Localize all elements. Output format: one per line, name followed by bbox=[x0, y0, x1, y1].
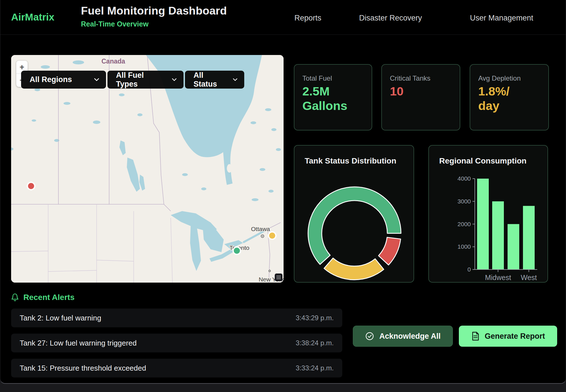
stat-value: 10 bbox=[390, 84, 451, 99]
alert-time: 3:43:29 p.m. bbox=[296, 314, 334, 322]
generate-report-button[interactable]: Generate Report bbox=[459, 326, 557, 347]
bar-0 bbox=[477, 179, 489, 270]
map-label-canada: Canada bbox=[101, 58, 125, 65]
stat-label: Critical Tanks bbox=[390, 74, 430, 82]
alert-message: Tank 15: Pressure threshold exceeded bbox=[20, 364, 146, 373]
donut-segment-critical bbox=[378, 237, 401, 265]
x-tick-label: West bbox=[521, 273, 537, 281]
alert-time: 3:33:24 p.m. bbox=[296, 364, 334, 372]
alert-row: Tank 27: Low fuel warning triggered 3:38… bbox=[11, 334, 342, 352]
map-marker-warning[interactable] bbox=[268, 232, 276, 239]
map-resize-handle[interactable] bbox=[275, 273, 282, 281]
map-island bbox=[227, 164, 232, 173]
nav-reports[interactable]: Reports bbox=[294, 14, 321, 23]
chevron-down-icon bbox=[172, 78, 177, 81]
region-filter-dropdown[interactable]: All Regions bbox=[21, 71, 106, 89]
fuel-type-filter-dropdown[interactable]: All Fuel Types bbox=[107, 71, 184, 89]
map-label-ottawa: Ottawa bbox=[251, 226, 270, 232]
alert-message: Tank 27: Low fuel warning triggered bbox=[20, 339, 137, 348]
alerts-header: Recent Alerts bbox=[11, 293, 74, 302]
alert-time: 3:38:24 p.m. bbox=[296, 339, 334, 347]
tank-status-chart-card: Tank Status Distribution bbox=[294, 145, 414, 283]
brand-logo: AirMatrix bbox=[11, 11, 54, 23]
document-icon bbox=[471, 332, 480, 341]
regional-consumption-bar-chart: 01000200030004000MidwestWest bbox=[429, 146, 547, 282]
y-tick-label: 3000 bbox=[457, 198, 471, 205]
generate-report-label: Generate Report bbox=[485, 332, 545, 341]
stat-label: Avg Depletion bbox=[478, 74, 521, 82]
stat-label: Total Fuel bbox=[302, 74, 332, 82]
alert-row: Tank 15: Pressure threshold exceeded 3:3… bbox=[11, 359, 342, 377]
fuel-map[interactable]: Canada Ottawa Toronto New York + − All R… bbox=[11, 55, 284, 283]
dashboard-shell: AirMatrix Fuel Monitoring Dashboard Real… bbox=[0, 0, 566, 384]
status-filter-dropdown[interactable]: All Status bbox=[185, 71, 244, 89]
stat-card-avg-depletion: Avg Depletion 1.8%/ day bbox=[470, 64, 549, 130]
stat-value: 2.5M Gallons bbox=[302, 84, 364, 113]
bar-3 bbox=[523, 206, 535, 270]
map-marker-normal[interactable] bbox=[233, 247, 241, 254]
acknowledge-all-button[interactable]: Acknowledge All bbox=[353, 326, 453, 347]
alert-row: Tank 2: Low fuel warning 3:43:29 p.m. bbox=[11, 309, 342, 327]
stat-card-total-fuel: Total Fuel 2.5M Gallons bbox=[294, 64, 372, 130]
status-filter-value: All Status bbox=[194, 71, 225, 89]
page-title: Fuel Monitoring Dashboard bbox=[81, 5, 227, 17]
alert-message: Tank 2: Low fuel warning bbox=[20, 314, 101, 322]
map-canvas: Canada Ottawa Toronto New York bbox=[11, 55, 284, 283]
regional-consumption-chart-card: Regional Consumption 01000200030004000Mi… bbox=[428, 145, 548, 283]
app-root: AirMatrix Fuel Monitoring Dashboard Real… bbox=[0, 0, 566, 392]
map-marker-critical[interactable] bbox=[27, 182, 35, 190]
map-filter-row: All Regions All Fuel Types All Status bbox=[21, 71, 244, 89]
y-tick-label: 4000 bbox=[457, 175, 471, 182]
nav-user-management[interactable]: User Management bbox=[470, 14, 533, 23]
alerts-title: Recent Alerts bbox=[23, 293, 74, 302]
tank-status-donut-chart bbox=[294, 157, 414, 282]
acknowledge-all-label: Acknowledge All bbox=[379, 332, 441, 341]
nav-disaster-recovery[interactable]: Disaster Recovery bbox=[359, 14, 422, 23]
donut-segment-warning bbox=[324, 258, 384, 280]
chevron-down-icon bbox=[233, 78, 237, 81]
check-circle-icon bbox=[365, 332, 374, 341]
stat-card-critical-tanks: Critical Tanks 10 bbox=[381, 64, 460, 130]
x-tick-label: Midwest bbox=[485, 273, 511, 281]
map-town-symbol-new-york bbox=[269, 270, 270, 272]
y-tick-label: 2000 bbox=[457, 221, 471, 227]
chevron-down-icon bbox=[94, 78, 99, 81]
page-subtitle: Real-Time Overview bbox=[81, 20, 227, 28]
header: AirMatrix Fuel Monitoring Dashboard Real… bbox=[0, 0, 566, 35]
fuel-type-filter-value: All Fuel Types bbox=[116, 71, 164, 89]
region-filter-value: All Regions bbox=[30, 75, 72, 84]
title-block: Fuel Monitoring Dashboard Real-Time Over… bbox=[81, 5, 227, 28]
bell-icon bbox=[11, 293, 19, 302]
bar-2 bbox=[508, 224, 519, 270]
stat-value: 1.8%/ day bbox=[478, 84, 524, 113]
y-tick-label: 1000 bbox=[457, 243, 471, 250]
y-tick-label: 0 bbox=[467, 266, 471, 273]
bar-1 bbox=[492, 201, 504, 270]
